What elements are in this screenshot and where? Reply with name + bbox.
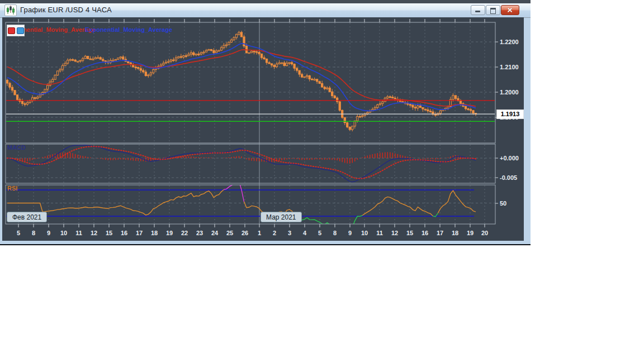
x-axis-label: 18	[151, 230, 158, 236]
rsi-panel-label: RSI	[7, 185, 17, 192]
x-axis-label: 4	[303, 230, 307, 236]
x-axis-label: 16	[422, 230, 428, 236]
x-axis-label: 2	[273, 230, 276, 236]
window-bottom-border	[0, 241, 531, 245]
x-axis-label: 10	[361, 230, 368, 236]
macd-line	[7, 145, 476, 182]
current-price-label: 1.1913	[496, 109, 524, 119]
x-axis-label: 17	[136, 230, 143, 236]
axes: 5891011121516171819222324252612345891011…	[17, 19, 519, 236]
x-axis-label: 19	[166, 230, 173, 236]
x-axis-label: 25	[226, 230, 233, 236]
red-indicator-button[interactable]	[8, 27, 15, 34]
y-axis-label: 50	[500, 200, 506, 207]
x-axis-label: 12	[91, 230, 97, 236]
close-icon	[506, 7, 513, 13]
ema-slow-line	[7, 50, 476, 106]
blue-indicator-button[interactable]	[17, 27, 24, 34]
x-axis-label: 12	[391, 230, 398, 236]
x-axis-label: 18	[452, 230, 458, 236]
x-axis-label: 8	[32, 230, 35, 236]
app-icon[interactable]	[4, 4, 17, 16]
maximize-button[interactable]	[486, 5, 500, 15]
x-axis-label: 17	[437, 230, 443, 236]
legend-ema-blue-label: Exponential_Moving_Average	[85, 26, 172, 33]
y-axis-label: 1.2100	[500, 64, 519, 70]
title-bar[interactable]: График EUR /USD 4 ЧАСА	[0, 3, 531, 18]
candlestick-series	[6, 31, 476, 131]
rsi-panel-border	[6, 185, 495, 224]
x-axis-label: 15	[106, 230, 112, 236]
window-title: График EUR /USD 4 ЧАСА	[20, 6, 112, 14]
y-axis-label: 1.2000	[500, 89, 519, 96]
x-axis-label: 11	[376, 230, 383, 236]
x-axis-label: 11	[75, 230, 82, 236]
x-axis-label: 8	[333, 230, 337, 236]
x-axis-label: 20	[481, 230, 488, 236]
x-axis-label: 5	[318, 230, 321, 236]
x-axis-label: 9	[348, 230, 352, 236]
x-axis-label: 26	[242, 230, 248, 236]
x-axis-label: 23	[196, 230, 203, 236]
chart-client-area: 5891011121516171819222324252612345891011…	[2, 17, 524, 241]
macd-panel-label: MACD	[7, 144, 26, 151]
desktop: График EUR /USD 4 ЧАСА 58910111215161718…	[0, 0, 644, 362]
minimize-button[interactable]	[471, 5, 485, 15]
close-button[interactable]	[501, 5, 519, 15]
indicator-buttons	[7, 25, 25, 36]
x-axis-label: 22	[181, 230, 188, 236]
chart-window: График EUR /USD 4 ЧАСА 58910111215161718…	[0, 0, 531, 245]
y-axis-label: -0.005	[500, 174, 517, 181]
x-axis-label: 16	[121, 230, 127, 236]
macd-signal-line	[7, 146, 476, 178]
price-levels	[6, 101, 495, 121]
maximize-icon	[490, 8, 496, 14]
chart-canvas[interactable]: 5891011121516171819222324252612345891011…	[2, 17, 524, 241]
y-axis-label: +0.000	[500, 155, 519, 161]
macd-panel-series	[7, 145, 476, 182]
y-axis-label: 1.2200	[500, 39, 519, 45]
month-label-feb: Фев 2021	[7, 212, 47, 222]
x-axis-label: 3	[288, 230, 291, 236]
minimize-icon	[475, 11, 480, 12]
x-axis-label: 19	[467, 230, 473, 236]
x-axis-label: 15	[406, 230, 413, 236]
x-axis-label: 9	[47, 230, 50, 236]
x-axis-label: 1	[258, 230, 261, 236]
month-label-mar: Мар 2021	[261, 212, 302, 222]
x-axis-label: 10	[60, 230, 67, 236]
x-axis-label: 24	[211, 230, 219, 236]
x-axis-label: 5	[17, 230, 20, 236]
